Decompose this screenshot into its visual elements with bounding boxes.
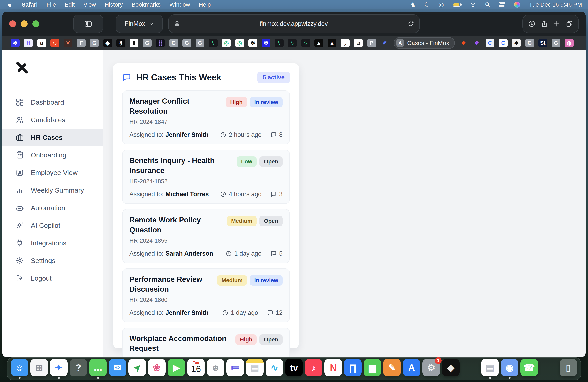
dock-keynote-icon[interactable]: ∏ bbox=[344, 359, 362, 378]
sidebar-item-automation[interactable]: Automation bbox=[2, 199, 103, 217]
zoom-window-button[interactable] bbox=[32, 20, 39, 27]
sidebar-item-employee-view[interactable]: Employee View bbox=[2, 164, 103, 181]
minimize-window-button[interactable] bbox=[21, 20, 28, 27]
favicon-amazon[interactable]: a bbox=[37, 38, 46, 47]
dock-messages-icon[interactable]: … bbox=[89, 359, 107, 378]
favicon-pencil[interactable]: ✐ bbox=[380, 38, 389, 47]
dock-safari-icon[interactable]: ✦ bbox=[50, 359, 68, 378]
favicon-letter-g-2[interactable]: G bbox=[143, 38, 152, 47]
favicon-c-blue-1[interactable]: C bbox=[486, 38, 494, 47]
dock-maps-icon[interactable]: ➤ bbox=[128, 359, 146, 378]
downloads-icon[interactable] bbox=[528, 20, 536, 28]
menu-item[interactable]: Help bbox=[194, 0, 215, 9]
favicon-section[interactable]: § bbox=[116, 38, 125, 47]
case-card[interactable]: Manager Conflict Resolution High In revi… bbox=[122, 90, 290, 144]
menu-item[interactable]: Bookmarks bbox=[127, 0, 165, 9]
dock-phone-icon[interactable]: ☎ bbox=[520, 359, 538, 378]
dock-facetime-icon[interactable]: ▶ bbox=[168, 359, 185, 378]
favicon-hubspot[interactable]: ✳ bbox=[63, 38, 72, 47]
siri-icon[interactable] bbox=[514, 1, 520, 8]
dock-music-icon[interactable]: ♪ bbox=[305, 359, 322, 378]
favicon-sailboat[interactable]: ⊿ bbox=[354, 38, 363, 47]
sidebar-item-integrations[interactable]: Integrations bbox=[2, 234, 103, 252]
sidebar-item-ai-copilot[interactable]: AI Copilot bbox=[2, 217, 103, 234]
favicon-openai-blue[interactable]: ✻ bbox=[11, 38, 20, 47]
sidebar-item-hr-cases[interactable]: HR Cases bbox=[2, 129, 103, 146]
dock-calendar-icon[interactable]: Tue 16 bbox=[187, 359, 205, 378]
menubar-app-icon[interactable]: ♞ bbox=[410, 1, 416, 8]
menubar-clock[interactable]: Tue Dec 16 9:46 PM bbox=[529, 1, 582, 8]
menu-item[interactable]: View bbox=[79, 0, 100, 9]
spotlight-search-icon[interactable]: ⚲ bbox=[484, 1, 491, 8]
dock-notes-icon[interactable]: ▤ bbox=[246, 359, 264, 378]
dock-reminders-icon[interactable]: ≔ bbox=[226, 359, 244, 378]
dock-trash-icon[interactable]: ▯ bbox=[560, 359, 577, 378]
favicon-letter-g-5[interactable]: G bbox=[196, 38, 204, 47]
favicon-letter-p[interactable]: P bbox=[367, 38, 376, 47]
favicon-dribbble[interactable]: ◍ bbox=[565, 38, 574, 47]
menu-item[interactable]: History bbox=[100, 0, 127, 9]
favicon-letter-f[interactable]: F bbox=[77, 38, 85, 47]
favicon-spiral-1[interactable]: ◎ bbox=[222, 38, 231, 47]
toggle-sidebar-button[interactable] bbox=[73, 15, 103, 33]
favicon-vercel-2[interactable]: ▲ bbox=[328, 38, 336, 47]
sidebar-item-settings[interactable]: Settings bbox=[2, 252, 103, 269]
favicon-supabase-1[interactable]: ϟ bbox=[209, 38, 218, 47]
dock-mail-icon[interactable]: ✉ bbox=[109, 359, 126, 378]
tab-overview-icon[interactable] bbox=[566, 20, 573, 28]
sidebar-item-dashboard[interactable]: Dashboard bbox=[2, 94, 103, 111]
case-card[interactable]: Remote Work Policy Question Medium Open … bbox=[122, 209, 290, 263]
favicon-vercel-1[interactable]: ▲ bbox=[315, 38, 323, 47]
apple-menu-icon[interactable] bbox=[6, 1, 16, 8]
case-card[interactable]: Workplace Accommodation Request High Ope… bbox=[122, 328, 290, 357]
share-icon[interactable] bbox=[541, 20, 548, 28]
dock-photos-icon[interactable]: ❀ bbox=[148, 359, 166, 378]
case-card[interactable]: Benefits Inquiry - Health Insurance Low … bbox=[122, 150, 290, 204]
favicon-reddit[interactable]: ☺ bbox=[50, 38, 59, 47]
dock-finder-icon[interactable]: ☺ bbox=[11, 359, 28, 378]
control-center-icon[interactable] bbox=[499, 2, 505, 7]
address-bar[interactable]: finmox.dev.appwizzy.dev bbox=[168, 14, 420, 33]
reload-icon[interactable] bbox=[407, 20, 414, 27]
favicon-letter-g-7[interactable]: G bbox=[552, 38, 560, 47]
dock-pages-icon[interactable]: ✎ bbox=[383, 359, 401, 378]
active-tab-pill[interactable]: A Cases - FinMox bbox=[394, 37, 455, 49]
sidebar-item-weekly-summary[interactable]: Weekly Summary bbox=[2, 181, 103, 199]
dock-news-icon[interactable]: N bbox=[324, 359, 342, 378]
reader-view-icon[interactable] bbox=[174, 20, 180, 27]
dock-system-settings-icon[interactable]: ⚙ 1 bbox=[422, 359, 440, 378]
focus-moon-icon[interactable]: ☾ bbox=[424, 1, 430, 8]
favicon-supabase-4[interactable]: ϟ bbox=[301, 38, 310, 47]
menu-item[interactable]: Safari bbox=[17, 0, 42, 9]
dock-missing-app-icon[interactable]: ? bbox=[70, 359, 87, 378]
favicon-letter-g-1[interactable]: G bbox=[90, 38, 99, 47]
favicon-pause[interactable]: Ⅱ bbox=[130, 38, 138, 47]
favicon-figma-1[interactable]: ❖ bbox=[459, 38, 468, 47]
favicon-spiral-2[interactable]: ◎ bbox=[235, 38, 244, 47]
dock-launchpad-icon[interactable]: ⊞ bbox=[30, 359, 48, 378]
dock-numbers-icon[interactable]: ▆ bbox=[364, 359, 381, 378]
favicon-supabase-3[interactable]: ϟ bbox=[288, 38, 297, 47]
tab-group-button[interactable]: FinMox bbox=[116, 15, 163, 33]
wifi-icon[interactable] bbox=[469, 2, 477, 7]
case-card[interactable]: Performance Review Discussion Medium In … bbox=[122, 268, 290, 323]
favicon-supabase-2[interactable]: ϟ bbox=[275, 38, 284, 47]
menu-item[interactable]: File bbox=[42, 0, 60, 9]
sidebar-item-logout[interactable]: Logout bbox=[2, 269, 103, 287]
favicon-swoosh[interactable]: ◞ bbox=[341, 38, 350, 47]
menu-item[interactable]: Window bbox=[165, 0, 194, 9]
favicon-letter-g-4[interactable]: G bbox=[182, 38, 191, 47]
favicon-openai-white[interactable]: ✻ bbox=[248, 38, 257, 47]
close-window-button[interactable] bbox=[9, 20, 16, 27]
favicon-c-blue-2[interactable]: C bbox=[499, 38, 508, 47]
favicon-diamond[interactable]: ◈ bbox=[103, 38, 112, 47]
favicon-openai-white-2[interactable]: ✻ bbox=[512, 38, 521, 47]
sidebar-item-candidates[interactable]: Candidates bbox=[2, 111, 103, 129]
favicon-equalizer[interactable]: ⣿ bbox=[156, 38, 165, 47]
new-tab-icon[interactable] bbox=[553, 20, 561, 28]
dock-app-store-icon[interactable]: A bbox=[403, 359, 420, 378]
dock-contacts-icon[interactable]: ☻ bbox=[207, 359, 224, 378]
dock-camera-app-icon[interactable]: ◉ bbox=[501, 359, 518, 378]
dock-freeform-icon[interactable]: ∿ bbox=[266, 359, 283, 378]
dock-prism-app-icon[interactable]: ◆ bbox=[442, 359, 460, 378]
